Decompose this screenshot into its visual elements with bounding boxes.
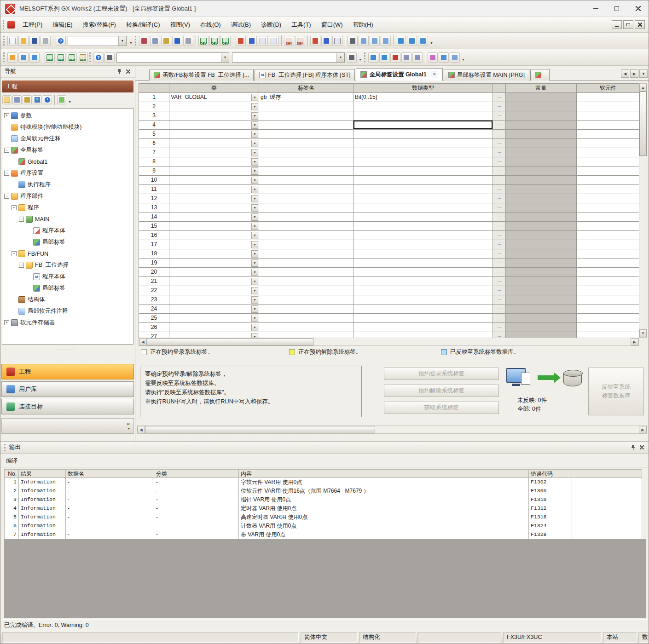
data-type-browse-button[interactable]: ... bbox=[493, 148, 506, 157]
grid-data-type-cell[interactable] bbox=[353, 259, 493, 268]
undo-icon[interactable] bbox=[172, 36, 182, 46]
grid-device-cell[interactable] bbox=[577, 314, 639, 323]
chevron-down-icon[interactable]: ▼ bbox=[336, 53, 344, 62]
grid-data-type-cell[interactable] bbox=[353, 148, 493, 157]
class-dropdown-icon[interactable]: ▼ bbox=[251, 186, 258, 193]
class-dropdown-icon[interactable]: ▼ bbox=[251, 250, 258, 258]
grid-label-name-cell[interactable] bbox=[259, 305, 353, 314]
outline-window-icon[interactable] bbox=[396, 36, 406, 46]
device-list-icon[interactable] bbox=[418, 36, 428, 46]
docking-window-icon[interactable] bbox=[18, 52, 29, 63]
grid-device-cell[interactable] bbox=[577, 332, 639, 338]
delete-icon[interactable] bbox=[390, 52, 400, 63]
scrollbar-track[interactable] bbox=[375, 426, 639, 433]
tree-item-Global1[interactable]: Global1 bbox=[2, 156, 133, 167]
grid-data-type-cell[interactable] bbox=[353, 203, 493, 213]
grid-device-cell[interactable] bbox=[577, 148, 639, 157]
data-type-browse-button[interactable]: ... bbox=[493, 203, 506, 213]
tab-局部标签设置 MAIN [PRG][interactable]: 局部标签设置 MAIN [PRG] bbox=[444, 69, 529, 80]
grid-device-cell[interactable] bbox=[577, 277, 639, 286]
data-type-browse-button[interactable]: ... bbox=[493, 194, 506, 203]
device-batch-display-icon[interactable]: DEV bbox=[67, 52, 77, 63]
mdi-minimize-button[interactable] bbox=[612, 20, 622, 29]
grid-class-cell[interactable]: ▼ bbox=[169, 222, 259, 231]
grid-data-type-cell[interactable] bbox=[353, 240, 493, 249]
tree-item-执行程序[interactable]: 执行程序 bbox=[2, 179, 133, 190]
device-initial-value-icon[interactable]: DEV bbox=[220, 36, 231, 46]
output-row[interactable]: 1Information--字软元件 VAR用 使用0点F1302 bbox=[4, 478, 642, 487]
sort-icon[interactable]: 2 bbox=[33, 95, 42, 104]
view-mode-icon[interactable] bbox=[57, 95, 66, 104]
grid-label-name-cell[interactable] bbox=[259, 249, 353, 259]
tree-expander-icon[interactable]: − bbox=[19, 263, 24, 268]
scroll-left-button[interactable]: ◀ bbox=[137, 426, 145, 433]
grid-label-name-cell[interactable] bbox=[259, 157, 353, 167]
grid-device-cell[interactable] bbox=[577, 139, 639, 148]
grid-label-name-cell[interactable] bbox=[259, 222, 353, 231]
grid-data-type-cell[interactable] bbox=[353, 111, 493, 121]
grid-label-name-cell[interactable] bbox=[259, 332, 353, 338]
tree-item-MAIN[interactable]: −MAIN bbox=[2, 213, 133, 225]
device-display-icon[interactable]: DEV bbox=[284, 36, 294, 46]
reflect-to-system-label-database-button[interactable]: 反映至系统标签数据库 bbox=[588, 368, 644, 415]
tree-item-参数[interactable]: +参数 bbox=[2, 110, 133, 121]
class-dropdown-icon[interactable]: ▼ bbox=[251, 259, 258, 267]
nav-button-用户库[interactable]: 用户库 bbox=[1, 381, 134, 397]
copy-icon[interactable] bbox=[150, 36, 160, 46]
grid-device-cell[interactable] bbox=[577, 213, 639, 222]
grid-label-name-cell[interactable] bbox=[259, 268, 353, 277]
tab-FB_工位选择 [FB] 程序本体 [ST][interactable]: stFB_工位选择 [FB] 程序本体 [ST] bbox=[255, 69, 355, 80]
grid-class-cell[interactable]: ▼ bbox=[169, 259, 259, 268]
filter-set-icon[interactable] bbox=[401, 52, 411, 63]
output-row[interactable]: 7Information--步 VAR用 使用0点F1328 bbox=[4, 530, 642, 539]
grid-label-name-cell[interactable] bbox=[259, 130, 353, 139]
stop-monitor-icon[interactable] bbox=[321, 36, 331, 46]
grid-data-type-cell[interactable] bbox=[353, 332, 493, 338]
close-button[interactable] bbox=[627, 0, 649, 17]
class-dropdown-icon[interactable]: ▼ bbox=[251, 305, 258, 313]
navigation-more-button[interactable]: » ▾ bbox=[1, 418, 134, 434]
grid-data-type-cell[interactable] bbox=[353, 323, 493, 332]
data-type-browse-button[interactable]: ... bbox=[493, 185, 506, 194]
grid-label-name-cell[interactable] bbox=[259, 194, 353, 203]
outline-collapse-icon[interactable] bbox=[379, 52, 389, 63]
project-window-icon[interactable] bbox=[7, 52, 17, 63]
grid-data-type-cell[interactable] bbox=[353, 167, 493, 176]
watch-combo-2[interactable]: ▼ bbox=[232, 52, 345, 63]
tree-item-程序[interactable]: −程序 bbox=[2, 202, 133, 213]
grid-data-type-cell[interactable] bbox=[353, 130, 493, 139]
display-color-icon[interactable] bbox=[428, 52, 438, 63]
data-type-browse-button[interactable]: ... bbox=[493, 240, 506, 249]
grid-data-type-cell[interactable]: Bit(0..15) bbox=[353, 93, 493, 102]
data-type-browse-button[interactable]: ... bbox=[493, 323, 506, 332]
device-comment-icon[interactable]: DEV bbox=[198, 36, 209, 46]
grid-data-type-cell[interactable] bbox=[353, 305, 493, 314]
grid-horizontal-scrollbar[interactable]: ◀ ▶ bbox=[139, 338, 639, 346]
nav-button-连接目标[interactable]: 连接目标 bbox=[1, 399, 134, 414]
class-dropdown-icon[interactable]: ▼ bbox=[251, 324, 258, 331]
class-dropdown-icon[interactable]: ▼ bbox=[251, 241, 258, 248]
scroll-left-button[interactable]: ◀ bbox=[139, 338, 147, 345]
remote-operation-icon[interactable] bbox=[269, 36, 279, 46]
data-type-browse-button[interactable]: ... bbox=[493, 139, 506, 148]
toolbar-overflow-icon[interactable]: ▾ bbox=[429, 36, 435, 46]
pin-icon[interactable] bbox=[116, 68, 123, 75]
grid-class-cell[interactable]: ▼ bbox=[169, 203, 259, 213]
grid-class-cell[interactable]: ▼ bbox=[169, 268, 259, 277]
data-type-browse-button[interactable]: ... bbox=[493, 249, 506, 259]
grid-class-cell[interactable]: ▼ bbox=[169, 111, 259, 121]
button-获取系统标签[interactable]: 获取系统标签 bbox=[384, 402, 499, 414]
data-type-browse-button[interactable]: ... bbox=[493, 121, 506, 130]
menu-item-搜索/替换(F)[interactable]: 搜索/替换(F) bbox=[78, 17, 121, 32]
close-panel-button[interactable] bbox=[638, 443, 646, 451]
toolbar-overflow-icon[interactable]: ▾ bbox=[460, 52, 466, 63]
tab-list-button[interactable]: ▼ bbox=[639, 69, 648, 78]
class-dropdown-icon[interactable]: ▼ bbox=[251, 287, 258, 294]
class-dropdown-icon[interactable]: ▼ bbox=[251, 94, 258, 101]
grid-device-cell[interactable] bbox=[577, 259, 639, 268]
toolbar-grip[interactable] bbox=[3, 36, 5, 46]
grid-data-type-cell[interactable] bbox=[353, 295, 493, 305]
tree-item-程序部件[interactable]: −程序部件 bbox=[2, 190, 133, 202]
tree-expander-icon[interactable]: − bbox=[4, 148, 9, 153]
class-dropdown-icon[interactable]: ▼ bbox=[251, 121, 258, 129]
